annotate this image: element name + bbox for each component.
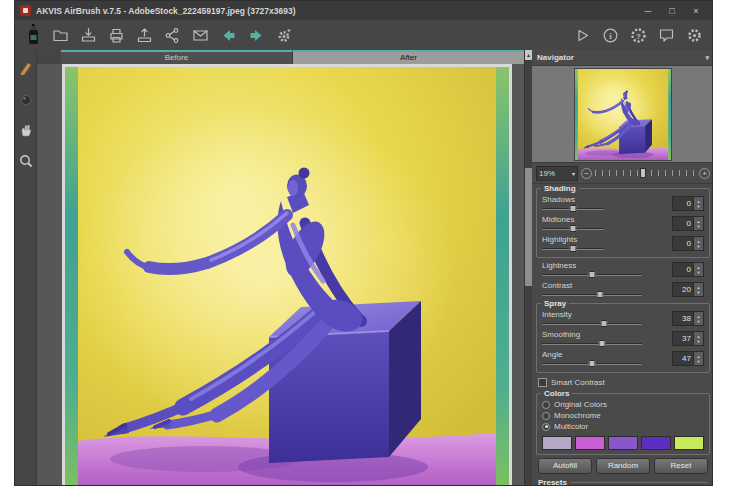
color-swatch[interactable] (542, 436, 572, 450)
lightness-spinner[interactable]: 0 ▲▼ (672, 262, 704, 277)
zoom-tool[interactable] (18, 153, 33, 172)
save-image-button[interactable] (79, 24, 98, 46)
color-swatch[interactable] (575, 436, 605, 450)
tab-after[interactable]: After (293, 50, 524, 64)
spin-down-icon[interactable]: ▼ (697, 319, 701, 324)
share-button[interactable] (163, 24, 182, 46)
preview-tabs: Before After (37, 50, 524, 64)
open-image-button[interactable] (51, 24, 70, 46)
smoothing-spinner[interactable]: 37 ▲▼ (672, 331, 704, 346)
shadows-label: Shadows (542, 195, 575, 204)
smoothing-label: Smoothing (542, 330, 580, 339)
midtones-slider-handle[interactable] (570, 225, 577, 232)
scrollbar-thumb[interactable] (525, 168, 532, 286)
zoom-out-button[interactable]: − (581, 168, 592, 179)
original-colors-option[interactable]: Original Colors (542, 399, 704, 410)
lightness-slider-handle[interactable] (589, 271, 596, 278)
zoom-slider-handle[interactable] (640, 168, 646, 178)
intensity-spinner[interactable]: 38 ▲▼ (672, 311, 704, 326)
zoom-combo[interactable]: 19% ▾ (536, 166, 578, 181)
color-swatch[interactable] (641, 436, 671, 450)
shadows-spinner[interactable]: 0 ▲▼ (672, 196, 704, 211)
multicolor-option[interactable]: Multicolor (542, 421, 704, 432)
monochrome-option[interactable]: Monochrome (542, 410, 704, 421)
run-button[interactable] (573, 24, 592, 46)
spin-down-icon[interactable]: ▼ (697, 244, 701, 249)
publish-button[interactable] (191, 24, 210, 46)
highlights-slider-handle[interactable] (570, 245, 577, 252)
highlights-label: Highlights (542, 235, 577, 244)
presets-header: Presets (538, 478, 708, 485)
redo-forward-button[interactable] (247, 24, 266, 46)
spray-group: Spray Intensity 38 ▲▼ Smoothing 37 ▲▼ (536, 303, 710, 373)
intensity-slider[interactable] (542, 320, 642, 327)
shading-title: Shading (541, 184, 579, 193)
zoom-controls: 19% ▾ − + (532, 163, 713, 184)
history-brush-tool[interactable] (18, 91, 33, 110)
zoom-in-button[interactable]: + (699, 168, 710, 179)
spin-down-icon[interactable]: ▼ (697, 339, 701, 344)
canvas-image[interactable] (62, 64, 512, 486)
autofill-button[interactable]: Autofill (538, 458, 592, 474)
tool-strip (15, 50, 37, 485)
shadows-param: Shadows 0 ▲▼ (542, 195, 704, 213)
feedback-chat-button[interactable] (657, 24, 676, 46)
smart-contrast-label: Smart Contrast (551, 378, 605, 387)
shadows-slider-handle[interactable] (570, 205, 577, 212)
svg-text:?: ? (636, 31, 641, 40)
highlights-spinner[interactable]: 0 ▲▼ (672, 236, 704, 251)
canvas-scrollbar[interactable]: ▲ (524, 50, 532, 485)
spray-can-icon (23, 24, 42, 46)
highlights-slider[interactable] (542, 245, 604, 252)
radio-icon[interactable] (542, 401, 550, 409)
effects-gear-icon[interactable] (275, 24, 294, 46)
lightness-label: Lightness (542, 261, 576, 270)
angle-spinner[interactable]: 47 ▲▼ (672, 351, 704, 366)
smoothing-slider-handle[interactable] (599, 340, 606, 347)
zoom-value: 19% (539, 169, 555, 178)
smart-contrast-checkbox[interactable] (538, 378, 547, 387)
multicolor-label: Multicolor (554, 422, 588, 431)
print-button[interactable] (107, 24, 126, 46)
hand-tool[interactable] (18, 122, 33, 141)
scroll-up-icon[interactable]: ▲ (525, 50, 532, 60)
lightness-slider[interactable] (542, 271, 642, 278)
shadows-slider[interactable] (542, 205, 604, 212)
midtones-slider[interactable] (542, 225, 604, 232)
radio-selected-icon[interactable] (542, 423, 550, 431)
angle-slider[interactable] (542, 360, 642, 367)
preferences-gear-button[interactable] (685, 24, 704, 46)
color-swatch[interactable] (608, 436, 638, 450)
export-button[interactable] (135, 24, 154, 46)
minimize-button[interactable]: ─ (637, 6, 659, 16)
lightness-param: Lightness 0 ▲▼ (542, 261, 704, 279)
intensity-slider-handle[interactable] (601, 320, 608, 327)
midtones-spinner[interactable]: 0 ▲▼ (672, 216, 704, 231)
airbrush-tool[interactable] (18, 60, 33, 79)
tab-before[interactable]: Before (61, 50, 293, 64)
contrast-slider[interactable] (542, 291, 642, 298)
help-button[interactable]: ? (629, 24, 648, 46)
spin-down-icon[interactable]: ▼ (697, 290, 701, 295)
navigator-collapse-icon[interactable]: ▾ (705, 54, 709, 62)
spray-title: Spray (541, 299, 569, 308)
maximize-button[interactable]: □ (661, 6, 683, 16)
zoom-slider[interactable] (595, 168, 696, 178)
color-swatch[interactable] (674, 436, 704, 450)
info-button[interactable]: i (601, 24, 620, 46)
contrast-slider-handle[interactable] (597, 291, 604, 298)
smoothing-slider[interactable] (542, 340, 642, 347)
monochrome-label: Monochrome (554, 411, 601, 420)
random-button[interactable]: Random (596, 458, 650, 474)
spin-down-icon[interactable]: ▼ (697, 204, 701, 209)
close-button[interactable]: × (685, 6, 707, 16)
contrast-spinner[interactable]: 20 ▲▼ (672, 282, 704, 297)
undo-back-button[interactable] (219, 24, 238, 46)
spin-down-icon[interactable]: ▼ (697, 270, 701, 275)
radio-icon[interactable] (542, 412, 550, 420)
navigator-preview[interactable] (532, 66, 713, 163)
reset-button[interactable]: Reset (654, 458, 708, 474)
spin-down-icon[interactable]: ▼ (697, 224, 701, 229)
angle-slider-handle[interactable] (589, 360, 596, 367)
spin-down-icon[interactable]: ▼ (697, 359, 701, 364)
